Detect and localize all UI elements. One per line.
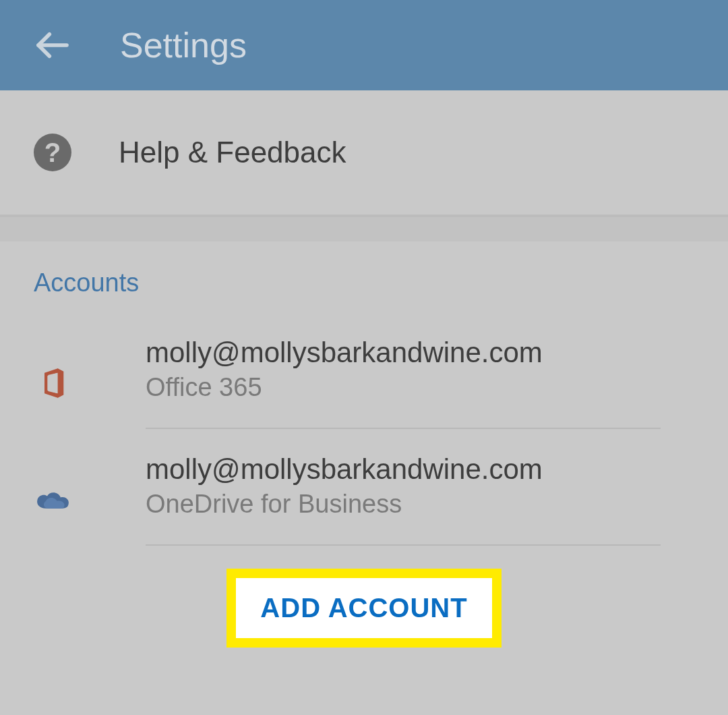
help-feedback-row[interactable]: ? Help & Feedback [0, 90, 728, 217]
help-feedback-label: Help & Feedback [119, 136, 346, 169]
app-header: Settings [0, 0, 728, 90]
account-service: Office 365 [146, 373, 694, 428]
back-arrow-icon[interactable] [34, 26, 71, 64]
account-row[interactable]: molly@mollysbarkandwine.com Office 365 [0, 337, 728, 429]
row-divider [146, 544, 661, 546]
accounts-section-title: Accounts [0, 268, 728, 297]
add-account-button[interactable]: ADD ACCOUNT [226, 569, 501, 648]
row-divider [146, 428, 661, 429]
account-row[interactable]: molly@mollysbarkandwine.com OneDrive for… [0, 453, 728, 546]
question-icon: ? [34, 134, 71, 171]
account-email: molly@mollysbarkandwine.com [146, 453, 694, 486]
office-icon [34, 366, 73, 401]
accounts-section: Accounts molly@mollysbarkandwine.com Off… [0, 241, 728, 715]
onedrive-icon [34, 486, 73, 513]
section-separator [0, 217, 728, 241]
page-title: Settings [120, 25, 247, 65]
account-email: molly@mollysbarkandwine.com [146, 337, 694, 369]
account-service: OneDrive for Business [146, 490, 694, 544]
